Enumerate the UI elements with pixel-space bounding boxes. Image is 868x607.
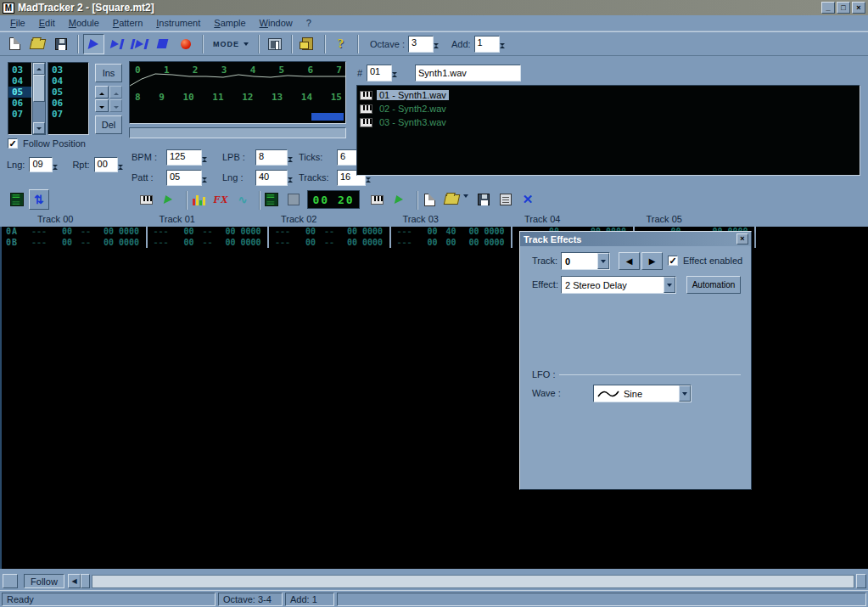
wave-select[interactable]: Sine [593, 385, 692, 402]
play-instrument-button[interactable] [389, 189, 409, 210]
sequence-position[interactable]: 11 [212, 92, 223, 103]
sample-list-item[interactable]: 01 - Synth1.wav [357, 88, 860, 102]
octave-stepper[interactable]: 3 [408, 36, 445, 53]
load-sample-dropdown[interactable] [463, 198, 468, 208]
pattern-cell[interactable]: ---00--00 0000 [148, 227, 270, 238]
track-header-1[interactable]: Track 01 [160, 214, 195, 224]
dialog-close-button[interactable]: × [736, 233, 748, 244]
stepper-lpb[interactable]: 8 [255, 149, 299, 166]
add-value[interactable]: 1 [474, 36, 500, 53]
blank-view-button[interactable] [283, 189, 304, 210]
follow-toggle-button[interactable]: Follow [24, 574, 64, 588]
track-header-3[interactable]: Track 03 [403, 214, 439, 224]
sequence-position[interactable]: 6 [307, 65, 313, 76]
scope-button[interactable]: ∿ [232, 189, 253, 210]
track-header-0[interactable]: Track 00 [37, 214, 73, 224]
sequence-position[interactable]: 5 [279, 65, 285, 76]
sequence-position[interactable]: 13 [272, 92, 283, 103]
lng-value[interactable]: 09 [29, 157, 53, 172]
insert-position-button[interactable]: Ins [95, 64, 122, 82]
order-item[interactable]: 06 [48, 98, 88, 109]
follow-position-checkbox[interactable]: ✓ [8, 138, 18, 149]
menu-pattern[interactable]: Pattern [106, 16, 149, 30]
chevron-down-icon[interactable] [679, 385, 691, 402]
scroll-button[interactable] [81, 574, 90, 588]
sample-name-input[interactable]: Synth1.wav [415, 65, 521, 81]
pattern-cell[interactable]: ---00--00 0000 [25, 238, 148, 249]
move-down-button[interactable] [95, 99, 109, 112]
track-select[interactable]: 0 [561, 252, 610, 270]
pattern-sequence-display[interactable]: 01234567 89101112131415 [129, 61, 346, 124]
menu-edit[interactable]: Edit [32, 16, 62, 30]
horizontal-scrollbar[interactable] [92, 575, 854, 588]
menu-module[interactable]: Module [62, 16, 106, 30]
rpt-stepper[interactable]: 00 [94, 157, 129, 172]
sample-list-item[interactable]: 03 - Synth3.wav [357, 115, 860, 129]
order-item[interactable]: 07 [48, 109, 88, 120]
track-swap-button[interactable]: ⇅ [29, 189, 49, 210]
sequence-position[interactable]: 9 [159, 92, 165, 103]
play-pattern-button[interactable] [106, 34, 127, 54]
order-position-list[interactable]: 0304050607 [8, 62, 32, 135]
order-pattern-list[interactable]: 0304050607 [48, 62, 89, 135]
sequence-position[interactable]: 2 [193, 65, 199, 76]
order-item[interactable]: 03 [8, 65, 31, 76]
instrument-number-value[interactable]: 01 [367, 65, 392, 81]
order-item[interactable]: 06 [8, 98, 31, 109]
play-button[interactable] [83, 34, 104, 54]
effects-button[interactable]: FX [210, 189, 231, 210]
follow-position-control[interactable]: ✓ Follow Position [8, 138, 86, 149]
effect-enabled-checkbox[interactable]: ✓ [668, 256, 678, 266]
stop-button[interactable] [152, 34, 173, 54]
pattern-cell[interactable]: ---00--00 0000 [25, 227, 148, 238]
save-module-button[interactable] [50, 34, 71, 54]
pattern-cell[interactable]: ---000000 0000 [391, 238, 513, 249]
instrument-editor-button[interactable] [136, 189, 156, 210]
scroll-left-button[interactable]: ◀ [68, 574, 81, 588]
menu-sample[interactable]: Sample [207, 16, 252, 30]
sequence-position[interactable]: 0 [135, 65, 141, 76]
effect-select[interactable]: 2 Stereo Delay [561, 276, 676, 294]
mixer-button[interactable] [264, 34, 285, 54]
help-button[interactable]: ? [330, 34, 351, 54]
sequence-position[interactable]: 3 [221, 65, 227, 76]
maximize-button[interactable]: □ [837, 2, 850, 14]
stepper-lng[interactable]: 40 [255, 170, 299, 186]
track-header-2[interactable]: Track 02 [281, 214, 316, 224]
order-item[interactable]: 03 [48, 65, 88, 76]
open-module-button[interactable] [27, 34, 48, 54]
move-up-button[interactable] [95, 86, 109, 98]
pattern-cell[interactable]: ---00--00 0000 [148, 238, 270, 249]
rpt-value[interactable]: 00 [94, 157, 118, 172]
track-header-5[interactable]: Track 05 [647, 214, 682, 224]
new-sample-button[interactable] [419, 189, 440, 210]
sequence-position[interactable]: 4 [250, 65, 256, 76]
delete-position-button[interactable]: Del [95, 115, 122, 134]
menu-window[interactable]: Window [253, 16, 300, 30]
sample-list-item[interactable]: 02 - Synth2.wav [357, 102, 860, 115]
sequence-position[interactable]: 14 [301, 92, 312, 103]
order-item[interactable]: 05 [8, 87, 31, 98]
order-item[interactable]: 05 [48, 87, 88, 98]
play-from-position-button[interactable] [129, 34, 150, 54]
corner-button[interactable] [3, 574, 18, 588]
menu-help[interactable]: ? [300, 16, 318, 30]
chevron-down-icon[interactable] [597, 253, 609, 269]
track-header-4[interactable]: Track 04 [524, 214, 560, 224]
previous-track-button[interactable]: ◀ [619, 252, 640, 270]
automation-button[interactable]: Automation [686, 276, 741, 294]
sequence-position[interactable]: 10 [182, 92, 193, 103]
play-sample-button[interactable] [158, 189, 178, 210]
minimize-button[interactable]: _ [821, 2, 835, 14]
sample-list[interactable]: 01 - Synth1.wav02 - Synth2.wav03 - Synth… [356, 85, 860, 176]
load-sample-button[interactable] [441, 189, 462, 210]
menu-file[interactable]: File [3, 16, 32, 30]
save-sample-button[interactable] [473, 189, 494, 210]
stepper-bpm[interactable]: 125 [166, 149, 213, 166]
close-button[interactable]: × [852, 2, 865, 14]
sample-properties-button[interactable] [496, 189, 516, 210]
exit-button[interactable] [297, 34, 318, 54]
sequence-position[interactable]: 15 [331, 92, 342, 103]
menu-instrument[interactable]: Instrument [149, 16, 207, 30]
lng-stepper[interactable]: 09 [29, 157, 64, 172]
